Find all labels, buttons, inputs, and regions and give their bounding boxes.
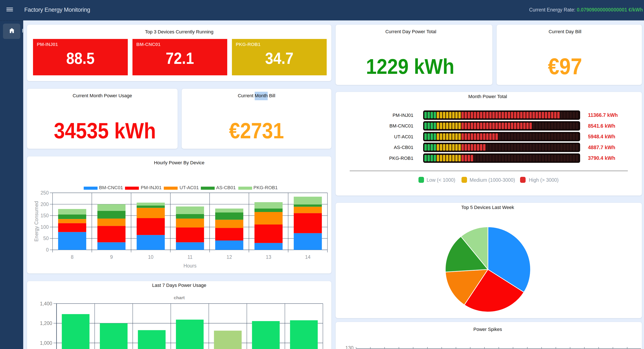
- svg-text:50: 50: [43, 236, 49, 241]
- svg-text:10: 10: [148, 254, 154, 260]
- svg-text:130: 130: [346, 345, 354, 349]
- svg-text:UT-AC01: UT-AC01: [180, 185, 199, 190]
- svg-text:1,200: 1,200: [40, 321, 52, 326]
- svg-text:150: 150: [40, 213, 48, 218]
- svg-text:PM-INJ01: PM-INJ01: [392, 113, 413, 118]
- svg-text:5948.4 kWh: 5948.4 kWh: [588, 134, 615, 139]
- svg-text:AS-CB01: AS-CB01: [216, 185, 236, 190]
- svg-text:250: 250: [40, 190, 48, 196]
- svg-text:3790.4 kWh: 3790.4 kWh: [588, 155, 615, 161]
- svg-text:4887.7 kWh: 4887.7 kWh: [588, 145, 615, 150]
- svg-text:Hours: Hours: [183, 263, 196, 269]
- svg-text:BM-CNC01: BM-CNC01: [390, 123, 413, 129]
- svg-text:AS-CB01: AS-CB01: [394, 145, 413, 150]
- svg-text:1,400: 1,400: [40, 301, 52, 307]
- svg-text:PKG-ROB1: PKG-ROB1: [254, 185, 278, 190]
- svg-text:High (> 3000): High (> 3000): [529, 177, 558, 183]
- svg-text:13: 13: [266, 254, 271, 260]
- svg-text:12: 12: [226, 254, 232, 260]
- svg-text:14: 14: [305, 254, 311, 260]
- svg-text:Energy Consumed: Energy Consumed: [34, 201, 39, 242]
- svg-text:PM-INJ01: PM-INJ01: [141, 185, 162, 190]
- svg-text:Medium (1000-3000): Medium (1000-3000): [470, 177, 515, 183]
- svg-text:11: 11: [188, 254, 192, 260]
- svg-text:8541.6 kWh: 8541.6 kWh: [588, 123, 615, 129]
- svg-text:PKG-ROB1: PKG-ROB1: [389, 156, 413, 161]
- svg-text:100: 100: [40, 224, 48, 230]
- svg-text:8: 8: [71, 254, 74, 260]
- svg-text:UT-AC01: UT-AC01: [394, 134, 413, 139]
- svg-text:1,000: 1,000: [40, 340, 52, 346]
- svg-text:11366.7 kWh: 11366.7 kWh: [588, 112, 618, 118]
- svg-text:BM-CNC01: BM-CNC01: [99, 185, 123, 190]
- svg-text:0: 0: [46, 247, 49, 253]
- svg-text:200: 200: [40, 202, 48, 207]
- svg-text:Low (< 1000): Low (< 1000): [426, 177, 455, 183]
- svg-text:9: 9: [110, 254, 113, 260]
